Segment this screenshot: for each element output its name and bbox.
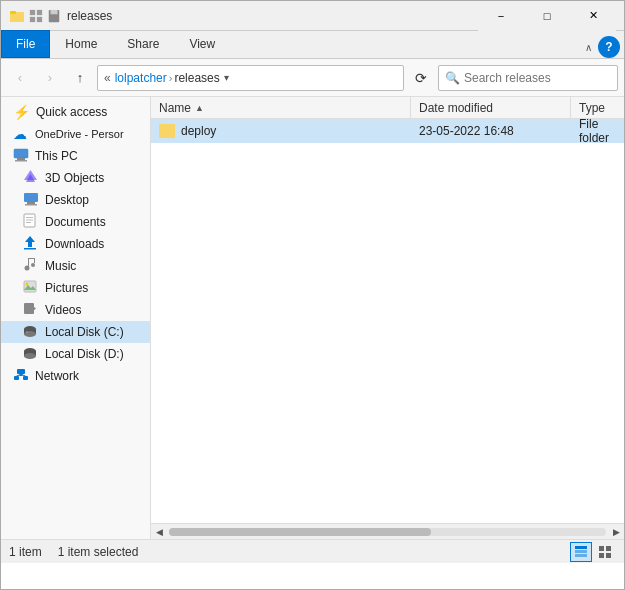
svg-rect-19 [26,220,33,221]
svg-point-36 [26,331,28,332]
col-type-label: Type [579,101,605,115]
quick-access-icon: ⚡ [13,104,30,120]
sidebar-item-label: Desktop [45,193,89,207]
app-icon [9,8,25,24]
breadcrumb-dropdown[interactable]: ▾ [224,72,229,83]
sidebar-item-label: Network [35,369,79,383]
table-row[interactable]: deploy 23-05-2022 16:48 File folder [151,119,624,143]
sidebar-item-music[interactable]: Music [1,255,150,277]
svg-rect-24 [28,258,29,267]
sidebar-item-3d-objects[interactable]: 3D Objects [1,167,150,189]
tab-home[interactable]: Home [50,30,112,58]
documents-icon [23,213,39,231]
sidebar-item-quick-access[interactable]: ⚡ Quick access [1,101,150,123]
scroll-right-button[interactable]: ▶ [608,524,624,540]
sidebar-item-videos[interactable]: Videos [1,299,150,321]
sidebar-item-documents[interactable]: Documents [1,211,150,233]
maximize-button[interactable]: □ [524,1,570,31]
svg-point-27 [31,263,35,267]
sidebar-item-pictures[interactable]: Pictures [1,277,150,299]
ribbon-chevron-icon[interactable]: ∧ [581,40,596,55]
sidebar-item-network[interactable]: Network [1,365,150,387]
svg-point-29 [26,283,29,286]
minimize-button[interactable]: − [478,1,524,31]
view-toggle [570,542,616,562]
ribbon-tabs: File Home Share View ∧ ? [1,31,624,59]
svg-point-35 [24,331,36,337]
sidebar-item-desktop[interactable]: Desktop [1,189,150,211]
title-bar: releases − □ ✕ [1,1,624,31]
quick-access-icon [29,9,43,23]
search-bar[interactable]: 🔍 [438,65,618,91]
ribbon-right: ∧ ? [581,36,624,58]
sidebar-item-label: Quick access [36,105,107,119]
file-list: deploy 23-05-2022 16:48 File folder [151,119,624,523]
sidebar-item-label: Local Disk (C:) [45,325,124,339]
scroll-thumb[interactable] [169,528,431,536]
close-button[interactable]: ✕ [570,1,616,31]
save-icon [47,9,61,23]
refresh-button[interactable]: ⟳ [408,65,434,91]
window-controls: − □ ✕ [478,1,616,31]
local-disk-c-icon [23,324,39,341]
svg-rect-52 [606,553,611,558]
forward-button[interactable]: › [37,65,63,91]
svg-marker-21 [25,236,35,247]
music-icon [23,257,39,275]
tab-file[interactable]: File [1,30,50,58]
svg-rect-5 [30,16,35,21]
back-button[interactable]: ‹ [7,65,33,91]
svg-rect-42 [14,376,19,380]
up-button[interactable]: ↑ [67,65,93,91]
sidebar-item-onedrive[interactable]: ☁ OneDrive - Persor [1,123,150,145]
svg-rect-20 [26,222,31,223]
col-name-header[interactable]: Name ▲ [151,97,411,118]
col-modified-header[interactable]: Date modified [411,97,571,118]
horizontal-scrollbar[interactable]: ◀ ▶ [151,523,624,539]
scroll-track[interactable] [169,528,606,536]
file-type-cell: File folder [571,119,624,145]
sidebar-item-this-pc[interactable]: This PC [1,145,150,167]
sidebar-item-label: Pictures [45,281,88,295]
svg-rect-11 [15,160,27,162]
svg-rect-40 [17,369,25,374]
search-input[interactable] [464,71,611,85]
svg-rect-4 [37,9,42,14]
sidebar-item-label: Documents [45,215,106,229]
sort-arrow-icon: ▲ [195,103,204,113]
sidebar-item-label: Videos [45,303,81,317]
svg-point-39 [24,353,36,359]
title-bar-icons [9,8,61,24]
sidebar-item-label: 3D Objects [45,171,104,185]
sidebar-item-downloads[interactable]: Downloads [1,233,150,255]
tiles-view-button[interactable] [594,542,616,562]
local-disk-d-icon [23,346,39,363]
window-title: releases [67,9,472,23]
svg-rect-10 [17,158,25,160]
svg-rect-43 [23,376,28,380]
scroll-left-button[interactable]: ◀ [151,524,167,540]
svg-rect-50 [606,546,611,551]
col-modified-label: Date modified [419,101,493,115]
svg-rect-1 [10,14,24,22]
this-pc-icon [13,148,29,165]
tab-share[interactable]: Share [112,30,174,58]
tab-view[interactable]: View [174,30,230,58]
help-button[interactable]: ? [598,36,620,58]
col-type-header[interactable]: Type [571,97,624,118]
details-view-icon [574,545,588,559]
svg-rect-14 [24,193,38,202]
status-bar: 1 item 1 item selected [1,539,624,563]
main-layout: ⚡ Quick access ☁ OneDrive - Persor This … [1,97,624,539]
sidebar-item-label: Music [45,259,76,273]
sidebar-item-local-disk-d[interactable]: Local Disk (D:) [1,343,150,365]
sidebar-item-local-disk-c[interactable]: Local Disk (C:) [1,321,150,343]
svg-rect-8 [51,9,58,13]
svg-rect-22 [24,248,36,250]
breadcrumb-bar[interactable]: « lolpatcher › releases ▾ [97,65,404,91]
sidebar-item-label: OneDrive - Persor [35,128,124,140]
svg-rect-9 [14,149,28,158]
desktop-icon [23,192,39,209]
file-name-label: deploy [181,124,216,138]
details-view-button[interactable] [570,542,592,562]
